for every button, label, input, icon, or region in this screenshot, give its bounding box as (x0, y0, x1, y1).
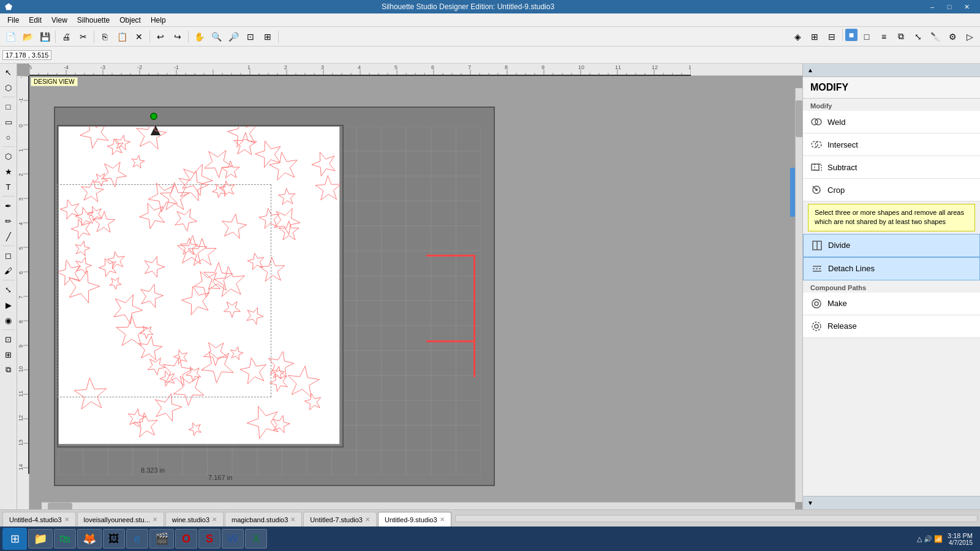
toolbar-sep-4 (188, 31, 189, 43)
knife-button[interactable]: 🔪 (927, 29, 943, 45)
menu-object[interactable]: Object (115, 15, 146, 26)
subtract-button[interactable]: Subtract (803, 156, 980, 179)
guides-button[interactable]: ⊟ (824, 29, 840, 45)
right-toolbar: ◈ ⊞ ⊟ ■ □ ≡ ⧉ ⤡ 🔪 ⚙ ▷ (790, 29, 978, 45)
snap-button[interactable]: ◈ (790, 29, 805, 45)
rect-tool[interactable]: □ (1, 99, 16, 114)
taskbar-opera[interactable]: O (175, 529, 197, 549)
menu-help[interactable]: Help (146, 15, 171, 26)
tab-3-close[interactable]: ✕ (290, 516, 295, 523)
start-button[interactable]: ⊞ (2, 528, 27, 550)
crop-button[interactable]: Crop (803, 179, 980, 201)
tab-1[interactable]: loveisallyouneed.stu... ✕ (77, 512, 164, 527)
canvas-area[interactable]: DESIGN VIEW ▲ 8. (17, 64, 802, 509)
rounded-rect-tool[interactable]: ▭ (1, 114, 16, 129)
panel-scroll-up[interactable]: ▲ (805, 64, 815, 77)
detach-lines-button[interactable]: Detach Lines (803, 257, 980, 280)
intersect-button[interactable]: Intersect (803, 133, 980, 156)
text-tool[interactable]: T (1, 179, 16, 194)
taskbar-excel[interactable]: X (245, 529, 267, 549)
star-tool[interactable]: ★ (1, 164, 16, 179)
settings-button[interactable]: ⚙ (944, 29, 960, 45)
make-button[interactable]: Make (803, 293, 980, 315)
scrollbar-thumb[interactable] (796, 100, 802, 137)
grid-view[interactable]: ⊞ (1, 347, 16, 362)
mosaic-tool[interactable]: ⧉ (1, 362, 16, 377)
divide-button[interactable]: Divide (803, 234, 980, 257)
warp-tool[interactable]: ⤡ (1, 282, 16, 297)
tab-1-close[interactable]: ✕ (153, 516, 157, 523)
close-button[interactable]: ✕ (958, 0, 975, 13)
vertical-scrollbar[interactable] (795, 88, 802, 502)
panel-scroll-down[interactable]: ▼ (805, 497, 815, 510)
crop-tool[interactable]: ⊡ (1, 332, 16, 347)
horizontal-scrollbar[interactable] (42, 502, 795, 509)
save-button[interactable]: 💾 (37, 29, 53, 45)
taskbar-media[interactable]: 🎬 (149, 529, 174, 549)
transform-button[interactable]: ⤡ (910, 29, 926, 45)
eraser-tool[interactable]: ◻ (1, 248, 16, 263)
taskbar-explorer[interactable]: 📁 (28, 529, 53, 549)
tab-4[interactable]: Untitled-7.studio3 ✕ (303, 512, 377, 527)
menu-view[interactable]: View (47, 15, 72, 26)
taskbar-store[interactable]: 🛍 (54, 529, 76, 549)
line-tool[interactable]: ╱ (1, 229, 16, 244)
tab-0-label: Untitled-4.studio3 (9, 516, 62, 523)
select-tool[interactable]: ↖ (1, 65, 16, 80)
taskbar-silhouette[interactable]: S (198, 529, 221, 549)
zoom-out-button[interactable]: 🔎 (225, 29, 241, 45)
node-tool[interactable]: ⬡ (1, 80, 16, 95)
menu-file[interactable]: File (2, 15, 24, 26)
pencil-tool[interactable]: ✏ (1, 214, 16, 228)
send-button[interactable]: ▷ (962, 29, 978, 45)
maximize-button[interactable]: □ (941, 0, 958, 13)
tab-5[interactable]: Untitled-9.studio3 ✕ (378, 512, 451, 527)
delete-button[interactable]: ✕ (131, 29, 147, 45)
rotate-handle[interactable] (150, 113, 157, 120)
open-button[interactable]: 📂 (20, 29, 36, 45)
hscroll-thumb[interactable] (48, 503, 72, 509)
taskbar-firefox[interactable]: 🦊 (77, 529, 102, 549)
tab-2-close[interactable]: ✕ (212, 516, 217, 523)
tab-4-close[interactable]: ✕ (365, 516, 370, 523)
new-button[interactable]: 📄 (2, 29, 18, 45)
minimize-button[interactable]: – (924, 0, 941, 13)
zoom-fit-button[interactable]: ⊡ (243, 29, 258, 45)
release-button[interactable]: Release (803, 315, 980, 338)
align-button[interactable]: ≡ (876, 29, 892, 45)
zoom-actual-button[interactable]: ⊞ (260, 29, 276, 45)
tab-scrollbar[interactable] (455, 515, 978, 522)
menu-edit[interactable]: Edit (24, 15, 47, 26)
undo-button[interactable]: ↩ (153, 29, 168, 45)
grid-button[interactable]: ⊞ (807, 29, 823, 45)
ellipse-tool[interactable]: ○ (1, 130, 16, 144)
tab-0-close[interactable]: ✕ (64, 516, 69, 523)
paint-tool[interactable]: 🖌 (1, 263, 16, 278)
paste-button[interactable]: 📋 (114, 29, 130, 45)
taskbar-ie[interactable]: e (126, 529, 148, 549)
weld-button[interactable]: Weld (803, 111, 980, 133)
stroke-button[interactable]: □ (859, 29, 875, 45)
taskbar-word[interactable]: W (222, 529, 244, 549)
zoom-in-button[interactable]: 🔍 (208, 29, 224, 45)
cut-send-button[interactable]: ✂ (75, 29, 91, 45)
print-button[interactable]: 🖨 (58, 29, 74, 45)
canvas-inner[interactable]: DESIGN VIEW ▲ 8. (29, 76, 802, 509)
tray-icons: △ 🔊 📶 (917, 535, 943, 543)
polygon-tool[interactable]: ⬡ (1, 149, 16, 163)
tab-2[interactable]: wine.studio3 ✕ (165, 512, 224, 527)
redo-button[interactable]: ↪ (170, 29, 186, 45)
menu-silhouette[interactable]: Silhouette (72, 15, 115, 26)
media-tool[interactable]: ▶ (1, 298, 16, 312)
copy-button[interactable]: ⎘ (97, 29, 113, 45)
taskbar-photos[interactable]: 🖼 (103, 529, 125, 549)
tab-3[interactable]: magicband.studio3 ✕ (225, 512, 302, 527)
tab-5-close[interactable]: ✕ (440, 516, 445, 523)
tab-0[interactable]: Untitled-4.studio3 ✕ (2, 512, 76, 527)
replicate-button[interactable]: ⧉ (893, 29, 909, 45)
3d-tool[interactable]: ◉ (1, 313, 16, 328)
detach-lines-label: Detach Lines (828, 264, 875, 273)
hand-button[interactable]: ✋ (191, 29, 207, 45)
fill-button[interactable]: ■ (845, 29, 858, 41)
pen-tool[interactable]: ✒ (1, 198, 16, 213)
